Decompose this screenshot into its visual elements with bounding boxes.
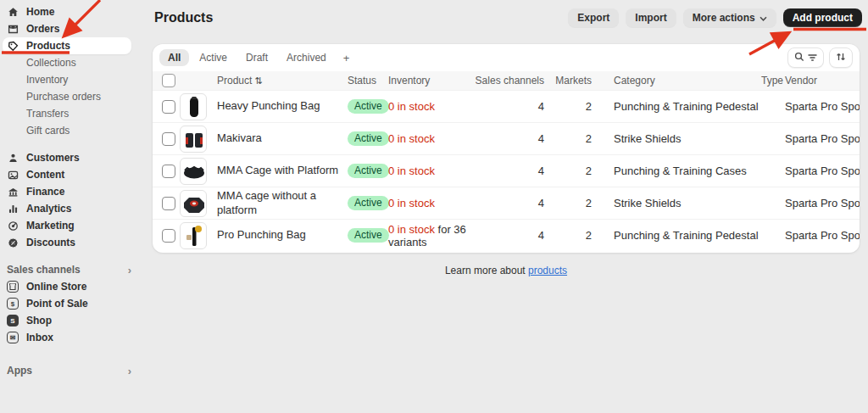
sidebar-item-label: Orders — [26, 23, 59, 35]
sidebar-item-purchase-orders[interactable]: Purchase orders — [26, 88, 140, 105]
tab-all[interactable]: All — [159, 49, 189, 66]
select-all-checkbox[interactable] — [162, 74, 175, 87]
products-help-link[interactable]: products — [528, 265, 567, 276]
main-content: Products Export Import More actions Add … — [140, 0, 868, 413]
status-badge: Active — [348, 196, 389, 210]
sort-arrows-icon — [836, 50, 846, 65]
column-sort-icon: ⇅ — [254, 75, 262, 86]
column-header-vendor: Vendor — [785, 75, 860, 87]
add-view-button[interactable]: + — [337, 49, 357, 67]
product-name-link[interactable]: Heavy Punching Bag — [217, 99, 348, 113]
category-cell: Punching & Training Cases — [614, 165, 761, 177]
product-name-link[interactable]: Pro Punching Bag — [217, 228, 348, 242]
sidebar-item-label: Products — [26, 40, 70, 52]
table-row[interactable]: Makivara Active 0 in stock 4 2 Strike Sh… — [153, 122, 860, 154]
page-actions: Export Import More actions Add product — [568, 8, 862, 27]
sidebar-item-finance[interactable]: Finance — [3, 183, 131, 200]
search-and-filter-button[interactable] — [787, 47, 824, 68]
tab-archived[interactable]: Archived — [278, 49, 335, 66]
product-name-link[interactable]: MMA Cage with Platform — [217, 164, 348, 177]
sidebar-item-inbox[interactable]: ✉ Inbox — [3, 329, 131, 346]
row-checkbox[interactable] — [162, 229, 175, 243]
online-store-icon — [7, 281, 19, 293]
column-header-sales-channels: Sales channels — [473, 75, 544, 87]
sidebar-item-label: Home — [26, 6, 54, 18]
sidebar-item-customers[interactable]: Customers — [3, 149, 131, 166]
status-badge: Active — [348, 228, 389, 243]
column-header-inventory: Inventory — [388, 75, 473, 87]
row-checkbox[interactable] — [162, 197, 175, 210]
point-of-sale-icon: $ — [7, 298, 19, 310]
sidebar-item-products[interactable]: Products — [3, 37, 131, 54]
vendor-cell: Sparta Pro Sport — [785, 197, 860, 209]
status-badge: Active — [348, 164, 389, 178]
sidebar-item-label: Discounts — [26, 237, 75, 248]
export-button[interactable]: Export — [568, 8, 619, 27]
page-title: Products — [154, 10, 213, 25]
sidebar-item-shop[interactable]: S Shop — [3, 312, 131, 329]
product-name-link[interactable]: Makivara — [217, 131, 348, 145]
sidebar-item-orders[interactable]: Orders — [3, 20, 131, 37]
sidebar-item-label: Content — [26, 169, 64, 181]
sales-channels-count: 4 — [473, 197, 544, 209]
add-product-button[interactable]: Add product — [783, 8, 862, 27]
table-row[interactable]: Pro Punching Bag Active 0 in stock for 3… — [153, 219, 860, 251]
import-button[interactable]: Import — [626, 8, 676, 27]
sidebar-item-collections[interactable]: Collections — [26, 54, 140, 71]
view-tabs: All Active Draft Archived + — [153, 44, 860, 71]
sidebar-item-transfers[interactable]: Transfers — [26, 105, 140, 122]
sidebar-item-inventory[interactable]: Inventory — [26, 71, 140, 88]
product-name-link[interactable]: MMA cage without a platform — [217, 189, 348, 217]
filter-icon — [808, 50, 817, 65]
sort-button[interactable] — [829, 47, 853, 68]
table-row[interactable]: MMA Cage with Platform Active 0 in stock… — [153, 154, 860, 187]
markets-count: 2 — [544, 132, 592, 145]
sidebar-item-home[interactable]: Home — [3, 3, 131, 20]
vendor-cell: Sparta Pro Sport — [785, 132, 860, 145]
sidebar-item-label: Marketing — [26, 220, 75, 232]
customers-icon — [7, 152, 19, 164]
sales-channels-section-header[interactable]: Sales channels › — [7, 261, 131, 278]
row-checkbox[interactable] — [162, 165, 175, 178]
column-header-product[interactable]: Product⇅ — [217, 75, 348, 87]
table-row[interactable]: Heavy Punching Bag Active 0 in stock 4 2… — [153, 90, 860, 122]
home-icon — [7, 6, 19, 18]
category-cell: Strike Shields — [614, 197, 761, 209]
products-index-card: All Active Draft Archived + Product⇅ Sta… — [153, 44, 860, 253]
sidebar-item-online-store[interactable]: Online Store — [3, 278, 131, 295]
sidebar-item-label: Inbox — [26, 332, 53, 343]
analytics-icon — [7, 203, 19, 215]
inventory-alert: 0 in stock — [388, 132, 435, 145]
inventory-alert: 0 in stock — [388, 223, 435, 236]
content-icon — [7, 169, 19, 181]
inventory-alert: 0 in stock — [388, 197, 435, 209]
column-header-markets: Markets — [544, 75, 592, 87]
sidebar-item-analytics[interactable]: Analytics — [3, 200, 131, 217]
finance-icon — [7, 186, 19, 198]
tab-draft[interactable]: Draft — [237, 49, 276, 66]
status-badge: Active — [348, 99, 389, 114]
inventory-alert: 0 in stock — [388, 165, 435, 177]
sidebar-item-content[interactable]: Content — [3, 166, 131, 183]
sidebar-item-marketing[interactable]: Marketing — [3, 217, 131, 234]
sidebar-item-discounts[interactable]: Discounts — [3, 234, 131, 251]
sidebar-item-label: Analytics — [26, 203, 71, 215]
sidebar-item-gift-cards[interactable]: Gift cards — [26, 122, 140, 139]
row-checkbox[interactable] — [162, 132, 175, 146]
tab-active[interactable]: Active — [191, 49, 236, 66]
shop-icon: S — [7, 315, 19, 326]
product-thumbnail — [180, 158, 207, 185]
search-icon — [794, 50, 804, 65]
vendor-cell: Sparta Pro Sport — [785, 100, 860, 113]
apps-section-header[interactable]: Apps › — [7, 362, 131, 379]
tag-icon — [7, 40, 19, 52]
sidebar-item-point-of-sale[interactable]: $ Point of Sale — [3, 295, 131, 312]
inbox-icon: ✉ — [7, 332, 19, 343]
row-checkbox[interactable] — [162, 100, 175, 114]
more-actions-button[interactable]: More actions — [683, 8, 776, 27]
product-thumbnail — [180, 190, 207, 217]
table-row[interactable]: MMA cage without a platform Active 0 in … — [153, 187, 860, 219]
sidebar-item-label: Point of Sale — [26, 298, 88, 310]
sidebar-item-label: Finance — [26, 186, 64, 198]
sidebar-item-label: Customers — [26, 152, 80, 164]
